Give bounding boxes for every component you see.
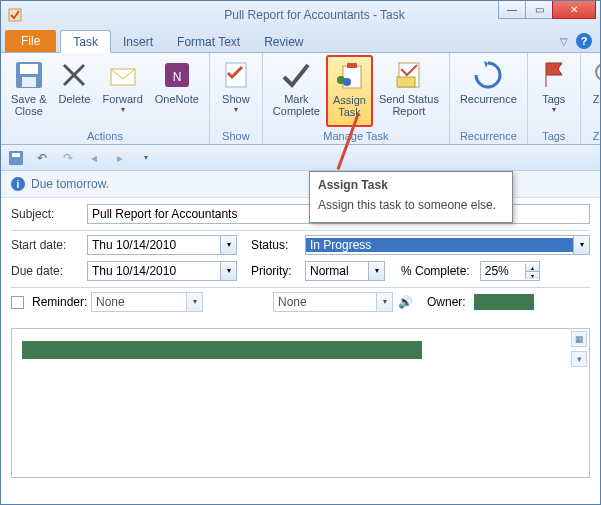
chevron-down-icon: ▾ — [234, 105, 238, 114]
reminder-checkbox[interactable] — [11, 296, 24, 309]
notice-text: Due tomorrow. — [31, 177, 109, 191]
save-icon — [13, 59, 45, 91]
zoom-button[interactable]: Zoom — [585, 55, 601, 127]
due-date-label: Due date: — [11, 264, 83, 278]
chevron-down-icon[interactable]: ▾ — [573, 236, 589, 254]
qat-save-button[interactable] — [7, 149, 25, 167]
assign-task-button[interactable]: Assign Task — [326, 55, 373, 127]
qat-prev-button[interactable]: ◂ — [85, 149, 103, 167]
svg-rect-17 — [12, 153, 20, 157]
pct-complete-value: 25% — [481, 264, 525, 278]
reminder-time-value: None — [274, 295, 376, 309]
pct-complete-spinner[interactable]: 25% ▴ ▾ — [480, 261, 540, 281]
minimize-button[interactable]: — — [498, 1, 526, 19]
tags-button[interactable]: Tags ▾ — [532, 55, 576, 127]
qat-customize-button[interactable]: ▾ — [137, 149, 155, 167]
svg-rect-3 — [22, 77, 36, 87]
tooltip-title: Assign Task — [318, 178, 504, 192]
assign-task-icon — [333, 60, 365, 92]
status-value: In Progress — [306, 238, 573, 252]
tab-format-text[interactable]: Format Text — [165, 31, 252, 52]
tab-review[interactable]: Review — [252, 31, 315, 52]
tab-task[interactable]: Task — [60, 30, 111, 53]
group-recurrence-label: Recurrence — [454, 129, 523, 144]
reminder-sound-button[interactable]: 🔊 — [397, 294, 413, 310]
group-tags-label: Tags — [532, 129, 576, 144]
svg-rect-2 — [20, 64, 38, 74]
spin-up-icon[interactable]: ▴ — [526, 264, 539, 272]
chevron-down-icon: ▾ — [121, 105, 125, 114]
recurrence-button[interactable]: Recurrence — [454, 55, 523, 127]
ribbon-help-area: ▽ ? — [560, 33, 592, 49]
task-icon — [7, 7, 23, 23]
start-date-picker[interactable]: Thu 10/14/2010 ▾ — [87, 235, 237, 255]
show-button[interactable]: Show ▾ — [214, 55, 258, 127]
chevron-down-icon: ▾ — [552, 105, 556, 114]
qat-next-button[interactable]: ▸ — [111, 149, 129, 167]
delete-icon — [58, 59, 90, 91]
body-expand-icon[interactable]: ▾ — [571, 351, 587, 367]
svg-rect-9 — [347, 63, 357, 68]
owner-label: Owner: — [417, 295, 470, 309]
onenote-button[interactable]: N OneNote — [149, 55, 205, 127]
status-select[interactable]: In Progress ▾ — [305, 235, 590, 255]
svg-point-14 — [596, 64, 601, 80]
chevron-down-icon[interactable]: ▾ — [376, 293, 392, 311]
spin-down-icon[interactable]: ▾ — [526, 272, 539, 279]
subject-label: Subject: — [11, 207, 83, 221]
status-label: Status: — [241, 238, 301, 252]
close-button[interactable]: ✕ — [552, 1, 596, 19]
chevron-down-icon[interactable]: ▾ — [220, 262, 236, 280]
task-window: Pull Report for Accountants - Task — ▭ ✕… — [0, 0, 601, 505]
body-side-toolbar: ▦ ▾ — [571, 331, 587, 367]
send-status-icon — [393, 59, 425, 91]
titlebar: Pull Report for Accountants - Task — ▭ ✕ — [1, 1, 600, 29]
ribbon-tabstrip: File Task Insert Format Text Review ▽ ? — [1, 29, 600, 53]
task-body-editor[interactable]: ▦ ▾ — [11, 328, 590, 478]
start-date-label: Start date: — [11, 238, 83, 252]
group-show-label: Show — [214, 129, 258, 144]
maximize-button[interactable]: ▭ — [525, 1, 553, 19]
delete-button[interactable]: Delete — [52, 55, 96, 127]
group-show: Show ▾ Show — [210, 53, 263, 144]
forward-icon — [107, 59, 139, 91]
tab-insert[interactable]: Insert — [111, 31, 165, 52]
group-zoom: Zoom Zoom — [581, 53, 601, 144]
reminder-time-select[interactable]: None ▾ — [273, 292, 393, 312]
onenote-icon: N — [161, 59, 193, 91]
reminder-date-value: None — [92, 295, 186, 309]
save-close-button[interactable]: Save & Close — [5, 55, 52, 127]
tooltip-body: Assign this task to someone else. — [318, 198, 504, 212]
mark-complete-button[interactable]: Mark Complete — [267, 55, 326, 127]
group-manage-task: Mark Complete Assign Task Send Status Re… — [263, 53, 450, 144]
group-zoom-label: Zoom — [585, 129, 601, 144]
body-content-bar — [22, 341, 422, 359]
flag-icon — [538, 59, 570, 91]
chevron-down-icon[interactable]: ▾ — [186, 293, 202, 311]
ribbon: Save & Close Delete Forward ▾ N OneNote … — [1, 53, 600, 145]
chevron-down-icon[interactable]: ▾ — [220, 236, 236, 254]
ribbon-minimize-icon[interactable]: ▽ — [560, 36, 568, 47]
priority-select[interactable]: Normal ▾ — [305, 261, 385, 281]
forward-button[interactable]: Forward ▾ — [96, 55, 148, 127]
pct-complete-label: % Complete: — [389, 264, 476, 278]
qat-undo-button[interactable]: ↶ — [33, 149, 51, 167]
group-actions-label: Actions — [5, 129, 205, 144]
reminder-label: Reminder: — [32, 295, 87, 309]
start-date-value: Thu 10/14/2010 — [88, 238, 220, 252]
priority-value: Normal — [306, 264, 368, 278]
due-date-picker[interactable]: Thu 10/14/2010 ▾ — [87, 261, 237, 281]
tab-file[interactable]: File — [5, 30, 56, 52]
svg-text:N: N — [172, 70, 181, 84]
divider — [11, 230, 590, 231]
qat-redo-button[interactable]: ↷ — [59, 149, 77, 167]
priority-label: Priority: — [241, 264, 301, 278]
send-status-report-button[interactable]: Send Status Report — [373, 55, 445, 127]
zoom-icon — [591, 59, 601, 91]
help-icon[interactable]: ? — [576, 33, 592, 49]
body-tool-icon[interactable]: ▦ — [571, 331, 587, 347]
divider — [11, 287, 590, 288]
reminder-date-select[interactable]: None ▾ — [91, 292, 203, 312]
chevron-down-icon[interactable]: ▾ — [368, 262, 384, 280]
group-tags: Tags ▾ Tags — [528, 53, 581, 144]
